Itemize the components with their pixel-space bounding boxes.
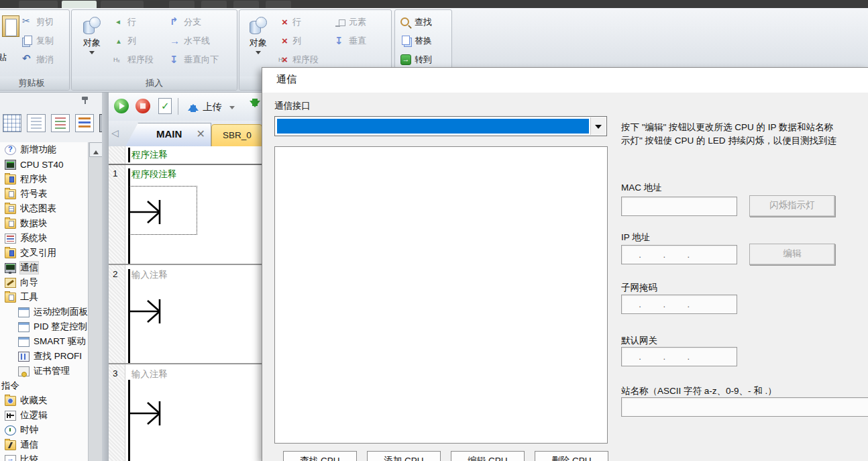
add-cpu-button[interactable]: 添加 CPU: [367, 451, 441, 461]
insert-vdown-button[interactable]: 垂直向下: [170, 52, 219, 68]
menu-tab[interactable]: [19, 1, 58, 8]
delete-cpu-button[interactable]: 删除 CPU: [535, 451, 608, 461]
output-view-icon[interactable]: [75, 114, 94, 132]
vertical-icon: [335, 36, 345, 46]
delete-row-button[interactable]: 行: [278, 14, 301, 30]
goto-button[interactable]: 转到: [400, 52, 432, 68]
replace-button[interactable]: 替换: [400, 33, 432, 49]
station-name-field[interactable]: [621, 397, 868, 417]
favorites-icon: [5, 396, 16, 406]
dialog-title-bar[interactable]: 通信: [262, 68, 868, 93]
tree-item-data-block[interactable]: 数据块: [0, 216, 88, 231]
insert-row-button[interactable]: 行: [113, 14, 136, 30]
tree-item-status-chart[interactable]: 状态图表: [0, 201, 88, 216]
run-button[interactable]: [114, 99, 129, 113]
gateway-label: 默认网关: [621, 335, 657, 347]
tab-scroll-left-icon[interactable]: ◁: [111, 127, 119, 138]
delete-element-button[interactable]: 元素: [335, 14, 366, 30]
program-comment[interactable]: 程序注释: [131, 149, 168, 161]
upload-dropdown-icon[interactable]: [229, 106, 235, 112]
tab-sbr0[interactable]: SBR_0: [211, 124, 262, 148]
tree-item-tools[interactable]: 工具: [0, 290, 88, 305]
menu-tab[interactable]: [266, 1, 291, 8]
menu-tab[interactable]: [233, 1, 259, 8]
find-cpu-button[interactable]: 查找 CPU: [283, 451, 357, 461]
panel-splitter[interactable]: [102, 92, 109, 461]
close-icon[interactable]: ✕: [197, 127, 205, 140]
tree-item-whats-new[interactable]: 新增功能: [0, 142, 88, 157]
tree-item-clock[interactable]: 时钟: [0, 423, 88, 438]
menu-tab-active[interactable]: [62, 1, 97, 8]
insert-object-button[interactable]: 对象: [77, 13, 107, 76]
info-text-line2: 示灯" 按钮使 CPU 的 LED 持续闪烁，以便目测找到连: [621, 135, 868, 147]
network-comment[interactable]: 输入注释: [131, 269, 168, 281]
undo-button[interactable]: 撤消: [22, 52, 54, 68]
network-gutter: [109, 146, 125, 461]
delete-network-icon: [278, 54, 289, 65]
tree-item-compare[interactable]: 比较: [0, 452, 88, 461]
tree-item-communication-instr[interactable]: 通信: [0, 438, 88, 452]
cut-button[interactable]: 剪切: [22, 14, 54, 30]
menu-tab[interactable]: [101, 1, 144, 8]
insert-branch-button[interactable]: 分支: [170, 14, 201, 30]
status-chart-view-icon[interactable]: [27, 114, 46, 132]
tree-scrollbar[interactable]: [88, 142, 103, 461]
delete-vertical-button[interactable]: 垂直: [335, 33, 366, 49]
tree-item-favorites[interactable]: 收藏夹: [0, 393, 88, 408]
stop-button[interactable]: [135, 99, 150, 113]
tree-item-bit-logic[interactable]: 位逻辑: [0, 408, 88, 423]
copy-button[interactable]: 复制: [22, 33, 54, 49]
edit-button[interactable]: 编辑: [749, 244, 835, 265]
folder-icon: [5, 204, 16, 214]
upload-button[interactable]: 上传: [203, 101, 222, 113]
info-text-line1: 按下 "编辑" 按钮以更改所选 CPU 的 IP 数据和站名称: [621, 121, 868, 134]
insert-col-button[interactable]: 列: [113, 33, 136, 49]
network-comment[interactable]: 程序段注释: [131, 168, 177, 181]
download-icon[interactable]: [250, 99, 260, 113]
project-tree: 新增功能 CPU ST40 程序块 符号表 状态图表 数据块 系统块 交叉引用 …: [0, 142, 88, 461]
edit-cpu-button[interactable]: 编辑 CPU: [451, 451, 525, 461]
menu-tab[interactable]: [201, 1, 227, 8]
menu-tab[interactable]: [169, 1, 195, 8]
ip-address-field[interactable]: . . .: [621, 245, 737, 264]
tree-item-certificate[interactable]: 证书管理: [0, 364, 88, 378]
data-block-view-icon[interactable]: [51, 114, 70, 132]
compile-button[interactable]: [158, 98, 172, 114]
find-button[interactable]: 查找: [400, 14, 432, 30]
panel-icon: [18, 307, 30, 317]
scroll-up-icon[interactable]: [89, 142, 103, 157]
cpu-list-box[interactable]: [274, 146, 608, 444]
tree-item-smart-drive[interactable]: SMART 驱动: [0, 334, 88, 349]
delete-col-button[interactable]: 列: [278, 33, 301, 49]
combobox-dropdown-icon[interactable]: [590, 117, 606, 135]
wand-icon: [5, 278, 16, 288]
tree-item-pid-tune[interactable]: PID 整定控制: [0, 319, 88, 334]
station-name-label: 站名称（ASCII 字符 a-z、0-9、- 和 .）: [621, 385, 777, 397]
tab-main[interactable]: MAIN ✕: [125, 123, 211, 148]
interface-combobox[interactable]: [274, 116, 607, 136]
mac-label: MAC 地址: [621, 182, 662, 194]
tree-item-symbol-table[interactable]: 符号表: [0, 187, 88, 201]
network-number: 3: [113, 368, 118, 378]
tree-item-wizard[interactable]: 向导: [0, 275, 88, 290]
tree-item-find-profinet[interactable]: 查找 PROFI: [0, 349, 88, 364]
tree-item-communication[interactable]: 通信: [0, 260, 88, 275]
mac-address-field[interactable]: [621, 197, 737, 216]
flash-indicator-button[interactable]: 闪烁指示灯: [749, 195, 835, 217]
folder-icon: [5, 219, 16, 229]
paste-button[interactable]: 贴: [0, 52, 7, 64]
tree-item-cross-reference[interactable]: 交叉引用: [0, 246, 88, 260]
default-gateway-field[interactable]: . . .: [621, 347, 737, 366]
insert-hline-button[interactable]: 水平线: [170, 33, 210, 49]
delete-network-button[interactable]: 程序段: [278, 52, 319, 68]
tree-item-system-block[interactable]: 系统块: [0, 231, 88, 246]
network-comment[interactable]: 输入注释: [131, 368, 168, 380]
symbol-table-view-icon[interactable]: [3, 114, 21, 132]
insert-network-button[interactable]: 程序段: [113, 52, 154, 68]
subnet-mask-field[interactable]: . . .: [621, 295, 737, 314]
tree-item-motion-panel[interactable]: 运动控制面板: [0, 305, 88, 319]
delete-object-button[interactable]: 对象: [243, 13, 273, 76]
tree-item-cpu[interactable]: CPU ST40: [0, 157, 88, 172]
tree-item-program-block[interactable]: 程序块: [0, 172, 88, 187]
pin-icon[interactable]: [82, 97, 89, 105]
